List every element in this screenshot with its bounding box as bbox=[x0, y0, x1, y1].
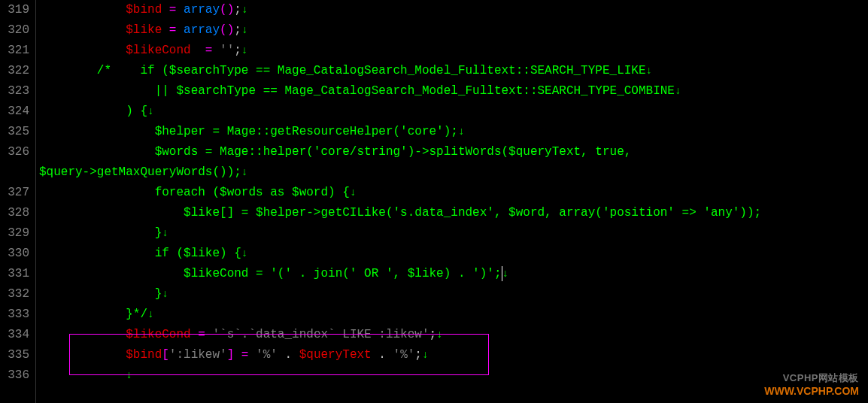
line-number: 328 bbox=[3, 203, 29, 223]
code-line[interactable]: $like = array();↓ bbox=[39, 20, 868, 41]
line-number: 333 bbox=[3, 305, 29, 325]
newline-icon: ↓ bbox=[162, 288, 168, 300]
code-line[interactable]: if ($like) {↓ bbox=[39, 244, 868, 264]
newline-icon: ↓ bbox=[126, 369, 132, 381]
code-line[interactable]: $bind = array();↓ bbox=[39, 0, 868, 20]
code-line[interactable]: $likeCond = '';↓ bbox=[39, 41, 868, 61]
line-gutter: 319 320 321 322 323 324 325 326 327 328 … bbox=[0, 0, 36, 403]
newline-icon: ↓ bbox=[147, 105, 153, 117]
code-area[interactable]: $bind = array();↓ $like = array();↓ $lik… bbox=[36, 0, 868, 403]
line-number: 326 bbox=[3, 142, 29, 162]
newline-icon: ↓ bbox=[436, 329, 442, 341]
newline-icon: ↓ bbox=[458, 126, 464, 138]
code-line[interactable]: $words = Mage::helper('core/string')->sp… bbox=[39, 142, 868, 162]
line-number: 335 bbox=[3, 345, 29, 365]
code-line[interactable]: $likeCond = '(' . join(' OR ', $like) . … bbox=[39, 264, 868, 284]
newline-icon: ↓ bbox=[502, 268, 508, 280]
line-number: 332 bbox=[3, 284, 29, 305]
code-line[interactable]: /* if ($searchType == Mage_CatalogSearch… bbox=[39, 61, 868, 81]
code-line[interactable]: }↓ bbox=[39, 223, 868, 244]
newline-icon: ↓ bbox=[162, 227, 168, 239]
line-number: 336 bbox=[3, 365, 29, 386]
line-number: 321 bbox=[3, 41, 29, 61]
newline-icon: ↓ bbox=[241, 247, 247, 259]
line-number: 323 bbox=[3, 81, 29, 102]
code-line[interactable]: $like[] = $helper->getCILike('s.data_ind… bbox=[39, 203, 868, 223]
code-line[interactable]: ) {↓ bbox=[39, 102, 868, 122]
code-line[interactable]: $query->getMaxQueryWords());↓ bbox=[39, 162, 868, 183]
watermark-line1: VCPHP网站模板 bbox=[764, 371, 859, 385]
line-number: 327 bbox=[3, 183, 29, 203]
code-line[interactable]: $likeCond = '`s`.`data_index` LIKE :like… bbox=[39, 325, 868, 345]
code-line[interactable]: $bind[':likew'] = '%' . $queryText . '%'… bbox=[39, 345, 868, 365]
line-number: 324 bbox=[3, 102, 29, 122]
watermark: VCPHP网站模板 WWW.VCPHP.COM bbox=[764, 371, 859, 397]
code-line[interactable]: }*/↓ bbox=[39, 305, 868, 325]
newline-icon: ↓ bbox=[675, 85, 681, 97]
line-number: 322 bbox=[3, 61, 29, 81]
watermark-line2: WWW.VCPHP.COM bbox=[764, 385, 859, 397]
code-editor: 319 320 321 322 323 324 325 326 327 328 … bbox=[0, 0, 868, 403]
line-number: 331 bbox=[3, 264, 29, 284]
line-number bbox=[3, 162, 29, 183]
code-line[interactable]: }↓ bbox=[39, 284, 868, 305]
newline-icon: ↓ bbox=[147, 308, 153, 320]
newline-icon: ↓ bbox=[422, 349, 428, 361]
newline-icon: ↓ bbox=[241, 4, 247, 16]
code-line[interactable]: || $searchType == Mage_CatalogSearch_Mod… bbox=[39, 81, 868, 102]
line-number: 319 bbox=[3, 0, 29, 20]
code-line[interactable]: ↓ bbox=[39, 365, 868, 386]
line-number: 329 bbox=[3, 223, 29, 244]
line-number: 330 bbox=[3, 244, 29, 264]
code-line[interactable]: $helper = Mage::getResourceHelper('core'… bbox=[39, 122, 868, 142]
line-number: 325 bbox=[3, 122, 29, 142]
newline-icon: ↓ bbox=[646, 65, 652, 77]
newline-icon: ↓ bbox=[350, 186, 356, 198]
line-number: 334 bbox=[3, 325, 29, 345]
line-number: 320 bbox=[3, 20, 29, 41]
newline-icon: ↓ bbox=[241, 44, 247, 56]
code-line[interactable]: foreach ($words as $word) {↓ bbox=[39, 183, 868, 203]
newline-icon: ↓ bbox=[241, 166, 247, 178]
newline-icon: ↓ bbox=[241, 24, 247, 36]
